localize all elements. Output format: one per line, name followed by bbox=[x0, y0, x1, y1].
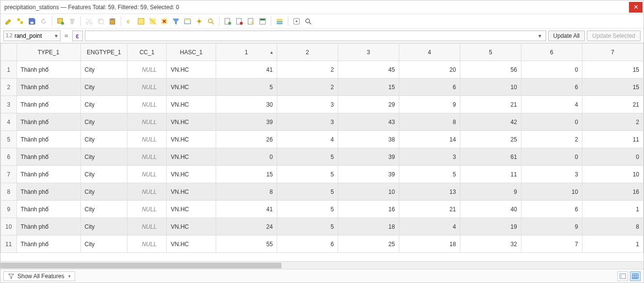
cell[interactable]: Thành phố bbox=[16, 183, 80, 201]
cell[interactable]: VN.HC bbox=[167, 166, 216, 183]
select-expr-icon[interactable]: ε bbox=[124, 16, 135, 27]
save-icon[interactable] bbox=[27, 16, 37, 27]
column-header[interactable]: 7 bbox=[582, 44, 643, 61]
row-number[interactable]: 9 bbox=[1, 201, 17, 218]
cell[interactable]: 6 bbox=[521, 201, 582, 218]
cell[interactable]: 5 bbox=[277, 148, 338, 166]
cell[interactable]: Thành phố bbox=[16, 113, 80, 131]
cell[interactable]: 5 bbox=[277, 183, 338, 201]
row-number[interactable]: 4 bbox=[1, 113, 17, 131]
chevron-down-icon[interactable]: ▾ bbox=[52, 32, 60, 39]
new-field-icon[interactable] bbox=[222, 16, 233, 27]
row-number[interactable]: 8 bbox=[1, 183, 17, 201]
cell[interactable]: 19 bbox=[460, 218, 521, 236]
cell[interactable]: NULL bbox=[127, 183, 167, 201]
cell[interactable]: VN.HC bbox=[167, 148, 216, 166]
cell[interactable]: 43 bbox=[338, 113, 399, 131]
zoom-to-icon[interactable] bbox=[205, 16, 216, 27]
cell[interactable]: 4 bbox=[399, 218, 460, 236]
cell[interactable]: 9 bbox=[399, 96, 460, 113]
cell[interactable]: 16 bbox=[338, 201, 399, 218]
cell[interactable]: VN.HC bbox=[167, 236, 216, 253]
form-view-button[interactable] bbox=[617, 271, 628, 281]
column-header[interactable]: TYPE_1 bbox=[16, 44, 80, 61]
expression-builder-button[interactable]: ε bbox=[72, 31, 83, 41]
cell[interactable]: 11 bbox=[460, 166, 521, 183]
deselect-icon[interactable] bbox=[159, 16, 170, 27]
cell[interactable]: 38 bbox=[338, 131, 399, 148]
cell[interactable]: Thành phố bbox=[16, 148, 80, 166]
scrollbar-thumb[interactable] bbox=[0, 263, 282, 268]
cell[interactable]: 2 bbox=[582, 113, 643, 131]
row-number[interactable]: 5 bbox=[1, 131, 17, 148]
expression-input[interactable] bbox=[87, 32, 536, 39]
cell[interactable]: 6 bbox=[399, 79, 460, 96]
row-number[interactable]: 2 bbox=[1, 79, 17, 96]
cell[interactable]: 30 bbox=[216, 96, 277, 113]
table-row[interactable]: 9Thành phốCityNULLVN.HC41516214061 bbox=[1, 201, 644, 218]
cell[interactable]: 13 bbox=[399, 183, 460, 201]
select-all-icon[interactable] bbox=[136, 16, 146, 27]
cell[interactable]: NULL bbox=[127, 218, 167, 236]
table-row[interactable]: 8Thành phốCityNULLVN.HC85101391016 bbox=[1, 183, 644, 201]
pan-to-icon[interactable] bbox=[194, 16, 204, 27]
cell[interactable]: City bbox=[80, 131, 127, 148]
copy-icon[interactable] bbox=[95, 16, 106, 27]
cell[interactable]: 41 bbox=[216, 201, 277, 218]
table-row[interactable]: 11Thành phốCityNULLVN.HC55625183271 bbox=[1, 236, 644, 253]
rename-field-icon[interactable] bbox=[246, 16, 256, 27]
column-header[interactable]: HASC_1 bbox=[167, 44, 216, 61]
cell[interactable]: 29 bbox=[338, 96, 399, 113]
invert-select-icon[interactable] bbox=[147, 16, 158, 27]
cell[interactable]: 39 bbox=[216, 113, 277, 131]
cell[interactable]: 2 bbox=[277, 79, 338, 96]
cell[interactable]: 1 bbox=[582, 201, 643, 218]
cell[interactable]: 5 bbox=[216, 79, 277, 96]
cell[interactable]: 3 bbox=[399, 148, 460, 166]
cell[interactable]: 16 bbox=[582, 183, 643, 201]
cut-icon[interactable] bbox=[84, 16, 94, 27]
cell[interactable]: 56 bbox=[460, 61, 521, 79]
cell[interactable]: 24 bbox=[216, 218, 277, 236]
cell[interactable]: 8 bbox=[399, 113, 460, 131]
reload-icon[interactable] bbox=[38, 16, 49, 27]
cell[interactable]: VN.HC bbox=[167, 218, 216, 236]
cell[interactable]: 18 bbox=[399, 236, 460, 253]
cell[interactable]: City bbox=[80, 166, 127, 183]
cell[interactable]: 3 bbox=[521, 166, 582, 183]
row-number[interactable]: 6 bbox=[1, 148, 17, 166]
cell[interactable]: 4 bbox=[521, 96, 582, 113]
table-view-button[interactable] bbox=[630, 271, 641, 281]
cell[interactable]: 0 bbox=[521, 61, 582, 79]
cell[interactable]: 25 bbox=[460, 131, 521, 148]
cell[interactable]: 5 bbox=[277, 166, 338, 183]
show-all-features-button[interactable]: Show All Features ▾ bbox=[3, 271, 75, 281]
cell[interactable]: 9 bbox=[460, 183, 521, 201]
cell[interactable]: 21 bbox=[582, 96, 643, 113]
row-header-blank[interactable] bbox=[1, 44, 17, 61]
column-header[interactable]: ENGTYPE_1 bbox=[80, 44, 127, 61]
cell[interactable]: NULL bbox=[127, 96, 167, 113]
filter-select-icon[interactable] bbox=[171, 16, 181, 27]
cell[interactable]: 21 bbox=[460, 96, 521, 113]
cell[interactable]: City bbox=[80, 236, 127, 253]
cell[interactable]: NULL bbox=[127, 131, 167, 148]
cell[interactable]: 15 bbox=[582, 79, 643, 96]
column-header[interactable]: 2 bbox=[277, 44, 338, 61]
cell[interactable]: VN.HC bbox=[167, 61, 216, 79]
cell[interactable]: City bbox=[80, 113, 127, 131]
cell[interactable]: NULL bbox=[127, 148, 167, 166]
delete-field-icon[interactable] bbox=[234, 16, 245, 27]
cell[interactable]: 39 bbox=[338, 166, 399, 183]
cell[interactable]: 11 bbox=[582, 131, 643, 148]
cell[interactable]: City bbox=[80, 148, 127, 166]
cell[interactable]: 8 bbox=[216, 183, 277, 201]
cell[interactable]: NULL bbox=[127, 61, 167, 79]
cell[interactable]: 21 bbox=[399, 201, 460, 218]
cell[interactable]: VN.HC bbox=[167, 113, 216, 131]
field-name-input[interactable] bbox=[15, 32, 52, 39]
table-row[interactable]: 5Thành phốCityNULLVN.HC264381425211 bbox=[1, 131, 644, 148]
cell[interactable]: Thành phố bbox=[16, 96, 80, 113]
cell[interactable]: City bbox=[80, 61, 127, 79]
column-header[interactable]: CC_1 bbox=[127, 44, 167, 61]
